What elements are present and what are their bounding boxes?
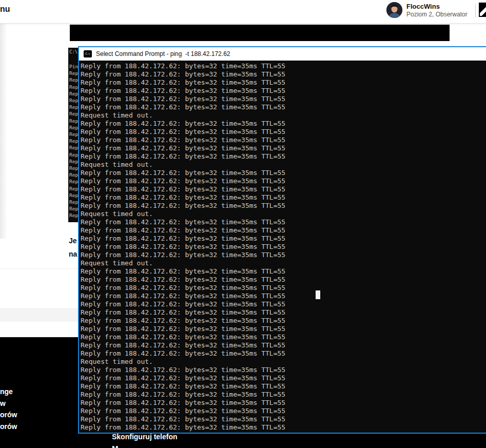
black-banner	[70, 25, 450, 41]
terminal-line-reply: Reply from 188.42.172.62: bytes=32 time=…	[81, 177, 486, 185]
terminal-line-reply: Reply from 188.42.172.62: bytes=32 time=…	[81, 391, 486, 399]
terminal-line-reply: Reply from 188.42.172.62: bytes=32 time=…	[81, 103, 486, 111]
message-icon[interactable]	[479, 3, 486, 17]
background-terminal-line: Rep	[69, 199, 78, 205]
terminal-line-reply: Reply from 188.42.172.62: bytes=32 time=…	[81, 366, 486, 374]
terminal-line-timeout: Request timed out.	[81, 161, 486, 169]
background-terminal-line: Rep	[69, 151, 78, 158]
terminal-line-reply: Reply from 188.42.172.62: bytes=32 time=…	[81, 185, 486, 193]
window-title: Select Command Prompt - ping -t 188.42.1…	[96, 50, 230, 57]
terminal-line-reply: Reply from 188.42.172.62: bytes=32 time=…	[81, 193, 486, 202]
background-terminal-line: Rep	[69, 165, 78, 171]
terminal-line-reply: Reply from 188.42.172.62: bytes=32 time=…	[81, 95, 486, 103]
terminal-line-reply: Reply from 188.42.172.62: bytes=32 time=…	[81, 308, 486, 317]
user-level-subtitle: Poziom 2, Obserwator	[406, 11, 468, 18]
background-terminal-line: Rep	[69, 76, 78, 83]
terminal-line-reply: Reply from 188.42.172.62: bytes=32 time=…	[81, 423, 486, 432]
footer-links: ngeworóworów	[0, 386, 17, 432]
terminal-line-reply: Reply from 188.42.172.62: bytes=32 time=…	[81, 349, 486, 358]
background-terminal-line: Rep	[69, 110, 78, 117]
terminal-line-reply: Reply from 188.42.172.62: bytes=32 time=…	[81, 128, 486, 136]
background-terminal-line: Rep	[69, 90, 78, 97]
avatar-image	[386, 2, 402, 18]
terminal-line-reply: Reply from 188.42.172.62: bytes=32 time=…	[81, 399, 486, 407]
terminal-line-reply: Reply from 188.42.172.62: bytes=32 time=…	[81, 235, 486, 243]
header-divider	[475, 4, 476, 17]
gray-section-band	[0, 308, 82, 322]
terminal-line-reply: Reply from 188.42.172.62: bytes=32 time=…	[81, 292, 486, 300]
terminal-line-reply: Reply from 188.42.172.62: bytes=32 time=…	[81, 202, 486, 210]
background-terminal-line: Rep	[69, 97, 78, 104]
terminal-line-reply: Reply from 188.42.172.62: bytes=32 time=…	[81, 333, 486, 341]
terminal-line-reply: Reply from 188.42.172.62: bytes=32 time=…	[81, 382, 486, 391]
left-edge-shadow	[0, 23, 7, 239]
terminal-line-reply: Reply from 188.42.172.62: bytes=32 time=…	[81, 87, 486, 95]
terminal-line-reply: Reply from 188.42.172.62: bytes=32 time=…	[81, 218, 486, 226]
background-terminal-line: Rep	[69, 192, 78, 199]
terminal-line-reply: Reply from 188.42.172.62: bytes=32 time=…	[81, 120, 486, 128]
background-terminal-line: Rep	[69, 131, 78, 138]
section-divider	[0, 268, 79, 269]
terminal-line-reply: Reply from 188.42.172.62: bytes=32 time=…	[81, 79, 486, 87]
terminal-line-reply: Reply from 188.42.172.62: bytes=32 time=…	[81, 300, 486, 308]
background-terminal-line: Rep	[69, 104, 78, 110]
background-terminal-line: Rep	[69, 205, 78, 212]
background-terminal-line: Rep	[69, 118, 78, 124]
terminal-line-reply: Reply from 188.42.172.62: bytes=32 time=…	[81, 251, 486, 259]
page-header: nu FloccWins Poziom 2, Obserwator	[0, 0, 486, 24]
background-terminal-line: Rep	[69, 70, 78, 76]
background-terminal-line: Rep	[69, 171, 78, 178]
cutoff-text-na: na	[69, 250, 79, 258]
background-terminal-window[interactable]: C:\ PinRepRepRepRepRepRepRepRepRepRepRep…	[68, 48, 79, 222]
terminal-line-reply: Reply from 188.42.172.62: bytes=32 time=…	[81, 341, 486, 349]
terminal-line-timeout: Request timed out.	[81, 358, 486, 366]
background-terminal-line: Rep	[69, 84, 78, 90]
terminal-line-reply: Reply from 188.42.172.62: bytes=32 time=…	[81, 325, 486, 333]
background-terminal-line: Rep	[69, 158, 78, 165]
background-terminal-line: Pin	[69, 63, 78, 70]
terminal-line-reply: Reply from 188.42.172.62: bytes=32 time=…	[81, 415, 486, 423]
terminal-line-reply: Reply from 188.42.172.62: bytes=32 time=…	[81, 169, 486, 177]
background-terminal-line: Rep	[69, 144, 78, 151]
terminal-line-reply: Reply from 188.42.172.62: bytes=32 time=…	[81, 284, 486, 292]
footer-link-partial[interactable]: orów	[0, 421, 17, 433]
terminal-line-timeout: Request timed out.	[81, 259, 486, 267]
avatar[interactable]	[386, 2, 402, 18]
terminal-line-reply: Reply from 188.42.172.62: bytes=32 time=…	[81, 407, 486, 415]
terminal-line-reply: Reply from 188.42.172.62: bytes=32 time=…	[81, 136, 486, 144]
footer-cutoff-text: M	[112, 444, 119, 448]
menu-label[interactable]: nu	[0, 5, 10, 14]
terminal-line-reply: Reply from 188.42.172.62: bytes=32 time=…	[81, 243, 486, 251]
background-terminal-line: Rep	[69, 178, 78, 185]
terminal-line-reply: Reply from 188.42.172.62: bytes=32 time=…	[81, 70, 486, 79]
terminal-line-reply: Reply from 188.42.172.62: bytes=32 time=…	[81, 226, 486, 235]
terminal-output[interactable]: Reply from 188.42.172.62: bytes=32 time=…	[79, 61, 486, 433]
background-terminal-line: Rep	[69, 212, 78, 219]
footer-link-partial[interactable]: nge	[0, 386, 17, 398]
terminal-line-reply: Reply from 188.42.172.62: bytes=32 time=…	[81, 144, 486, 152]
terminal-line-reply: Reply from 188.42.172.62: bytes=32 time=…	[81, 374, 486, 382]
cutoff-text-je: Je	[69, 237, 79, 245]
terminal-line-reply: Reply from 188.42.172.62: bytes=32 time=…	[81, 62, 486, 70]
terminal-line-reply: Reply from 188.42.172.62: bytes=32 time=…	[81, 267, 486, 276]
cmd-icon: C:\	[84, 50, 92, 57]
setup-phone-link[interactable]: Skonfiguruj telefon	[112, 433, 178, 441]
terminal-line-reply: Reply from 188.42.172.62: bytes=32 time=…	[81, 276, 486, 284]
background-terminal-path: C:\	[69, 49, 77, 54]
background-terminal-line: Rep	[69, 185, 78, 192]
terminal-selection-cursor	[316, 290, 320, 299]
command-prompt-titlebar[interactable]: C:\ Select Command Prompt - ping -t 188.…	[79, 47, 486, 61]
user-name[interactable]: FloccWins	[406, 3, 440, 10]
command-prompt-window[interactable]: C:\ Select Command Prompt - ping -t 188.…	[78, 46, 486, 434]
footer-link-partial[interactable]: orów	[0, 409, 17, 421]
terminal-line-timeout: Request timed out.	[81, 210, 486, 218]
background-terminal-line: Rep	[69, 138, 78, 144]
terminal-line-reply: Reply from 188.42.172.62: bytes=32 time=…	[81, 317, 486, 325]
background-terminal-line: Rep	[69, 124, 78, 131]
background-terminal-output: PinRepRepRepRepRepRepRepRepRepRepRepRepR…	[69, 63, 78, 219]
terminal-line-timeout: Request timed out.	[81, 111, 486, 120]
terminal-line-reply: Reply from 188.42.172.62: bytes=32 time=…	[81, 152, 486, 161]
footer-link-partial[interactable]: w	[0, 398, 17, 410]
